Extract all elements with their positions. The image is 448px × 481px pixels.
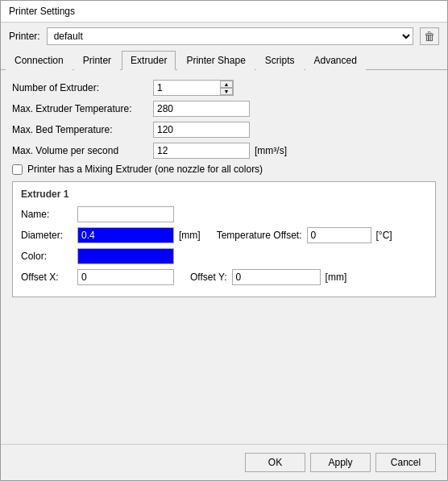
- delete-printer-button[interactable]: 🗑: [420, 27, 439, 45]
- printer-select-wrapper: default: [47, 27, 413, 45]
- max-extruder-temp-row: Max. Extruder Temperature:: [12, 101, 436, 117]
- printer-select[interactable]: default: [47, 27, 413, 45]
- extruder1-title: Extruder 1: [21, 189, 427, 200]
- max-volume-label: Max. Volume per second: [12, 145, 153, 156]
- extruder1-temp-offset-label: Temperature Offset:: [217, 230, 302, 241]
- printer-label: Printer:: [9, 31, 40, 42]
- tabs-bar: Connection Printer Extruder Printer Shap…: [1, 50, 447, 70]
- printer-row: Printer: default 🗑: [1, 23, 447, 50]
- max-volume-row: Max. Volume per second [mm³/s]: [12, 143, 436, 159]
- mixing-extruder-checkbox[interactable]: [12, 164, 23, 175]
- window-title: Printer Settings: [9, 6, 75, 17]
- max-bed-temp-label: Max. Bed Temperature:: [12, 124, 153, 135]
- apply-button[interactable]: Apply: [310, 453, 371, 472]
- extruder1-group: Extruder 1 Name: Diameter: [mm] Temperat…: [12, 181, 436, 297]
- extruder1-name-row: Name:: [21, 206, 427, 222]
- tab-connection[interactable]: Connection: [6, 51, 73, 70]
- mixing-extruder-row: Printer has a Mixing Extruder (one nozzl…: [12, 164, 436, 175]
- content-area: Number of Extruder: ▲ ▼ Max. Extruder Te…: [1, 70, 447, 444]
- mixing-extruder-label: Printer has a Mixing Extruder (one nozzl…: [27, 164, 263, 175]
- title-bar: Printer Settings: [1, 1, 447, 23]
- num-extruder-down-button[interactable]: ▼: [220, 88, 233, 95]
- tab-printer[interactable]: Printer: [74, 51, 120, 70]
- extruder1-temp-offset-input[interactable]: [307, 227, 371, 243]
- extruder1-offset-x-label: Offset X:: [21, 272, 77, 283]
- extruder1-offset-row: Offset X: Offset Y: [mm]: [21, 269, 427, 285]
- extruder1-color-picker[interactable]: [77, 248, 174, 264]
- extruder1-offset-y-unit: [mm]: [326, 272, 347, 283]
- extruder1-name-label: Name:: [21, 209, 77, 220]
- max-bed-temp-row: Max. Bed Temperature:: [12, 122, 436, 138]
- num-extruder-spinner: ▲ ▼: [220, 81, 233, 95]
- extruder1-temp-offset-unit: [°C]: [376, 230, 392, 241]
- tab-scripts[interactable]: Scripts: [256, 51, 304, 70]
- footer: OK Apply Cancel: [1, 444, 447, 480]
- num-extruder-label: Number of Extruder:: [12, 82, 153, 93]
- extruder1-color-row: Color:: [21, 248, 427, 264]
- max-volume-unit: [mm³/s]: [255, 145, 287, 156]
- max-extruder-temp-input[interactable]: [153, 101, 250, 117]
- extruder1-diameter-input[interactable]: [77, 227, 174, 243]
- extruder1-color-label: Color:: [21, 251, 77, 262]
- extruder1-offset-y-input[interactable]: [232, 269, 321, 285]
- extruder1-diameter-row: Diameter: [mm] Temperature Offset: [°C]: [21, 227, 427, 243]
- extruder1-diameter-label: Diameter:: [21, 230, 77, 241]
- extruder1-diameter-unit: [mm]: [179, 230, 201, 241]
- cancel-button[interactable]: Cancel: [375, 453, 436, 472]
- extruder1-temp-offset-group: Temperature Offset: [°C]: [217, 227, 392, 243]
- printer-settings-window: Printer Settings Printer: default 🗑 Conn…: [0, 0, 448, 481]
- num-extruder-input-wrapper: ▲ ▼: [153, 80, 234, 96]
- max-extruder-temp-label: Max. Extruder Temperature:: [12, 103, 153, 114]
- num-extruder-up-button[interactable]: ▲: [220, 81, 233, 88]
- extruder1-offset-x-input[interactable]: [77, 269, 174, 285]
- ok-button[interactable]: OK: [245, 453, 305, 472]
- max-volume-input[interactable]: [153, 143, 250, 159]
- extruder1-name-input[interactable]: [77, 206, 174, 222]
- extruder1-offset-y-label: Offset Y:: [190, 272, 227, 283]
- num-extruder-row: Number of Extruder: ▲ ▼: [12, 80, 436, 96]
- tab-advanced[interactable]: Advanced: [305, 51, 366, 70]
- max-bed-temp-input[interactable]: [153, 122, 250, 138]
- extruder1-offset-y-group: Offset Y: [mm]: [190, 269, 346, 285]
- tab-extruder[interactable]: Extruder: [122, 51, 176, 70]
- tab-printer-shape[interactable]: Printer Shape: [177, 51, 254, 70]
